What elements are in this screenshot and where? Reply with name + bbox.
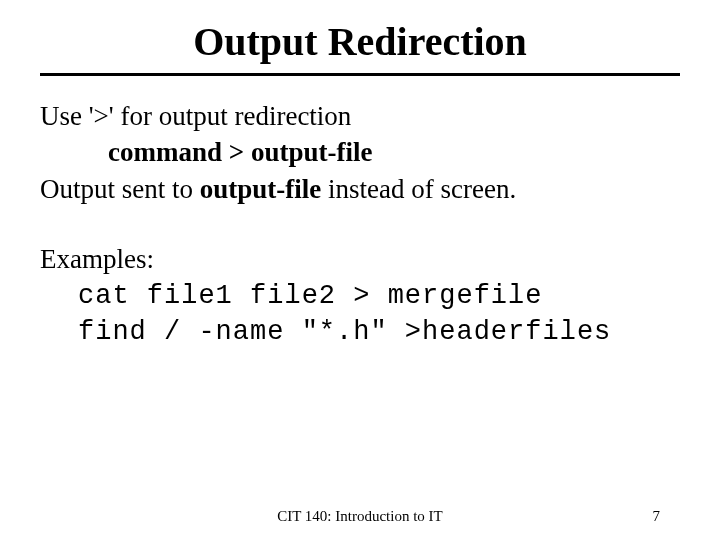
examples-label: Examples: — [40, 241, 680, 277]
slide-body: Use '>' for output redirection command >… — [40, 98, 680, 351]
example-code-2: find / -name "*.h" >headerfiles — [40, 314, 680, 350]
intro-line: Use '>' for output redirection — [40, 98, 680, 134]
title-rule — [40, 73, 680, 76]
desc-c: instead of screen. — [321, 174, 516, 204]
spacer — [40, 207, 680, 241]
example-code-1: cat file1 file2 > mergefile — [40, 278, 680, 314]
desc-line: Output sent to output-file instead of sc… — [40, 171, 680, 207]
slide-title: Output Redirection — [40, 18, 680, 65]
desc-a: Output sent to — [40, 174, 200, 204]
syntax-line: command > output-file — [40, 134, 680, 170]
desc-b: output-file — [200, 174, 322, 204]
footer-course: CIT 140: Introduction to IT — [277, 508, 443, 525]
footer-page-number: 7 — [653, 508, 661, 525]
